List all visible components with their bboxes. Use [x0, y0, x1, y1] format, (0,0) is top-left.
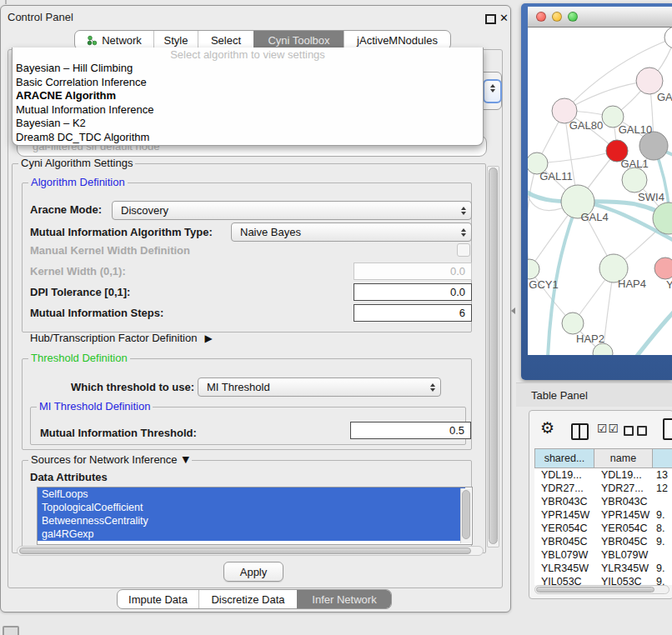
network-canvas[interactable]: GAL GAL80 GAL10 GAL1 GAL11 SWI4 GAL4 GCY… [528, 28, 672, 355]
hub-definition-expander[interactable]: Hub/Transcription Factor Definition ▶ [30, 332, 213, 345]
zoom-window-icon[interactable] [568, 12, 578, 22]
table-horizontal-scrollbar[interactable] [534, 585, 669, 594]
apply-label: Apply [240, 566, 268, 578]
node-hap2[interactable] [562, 312, 584, 334]
panel-title: Control Panel [8, 11, 73, 23]
cell: 13 [653, 468, 672, 482]
tab-network[interactable]: Network [75, 31, 153, 49]
cell: YBL079W [534, 548, 594, 562]
scrollbar-thumb[interactable] [462, 490, 470, 539]
node-swi4[interactable] [622, 168, 647, 192]
control-panel-window: Control Panel ✕ Network Style Select [0, 5, 511, 612]
network-window-titlebar[interactable] [528, 7, 672, 28]
cell: 9. [653, 575, 672, 585]
expander-down-icon: ▼ [183, 454, 189, 466]
select-all-checks-icon[interactable]: ☑☑ [597, 422, 619, 435]
tab-select[interactable]: Select [198, 31, 253, 49]
node-label: GAL1 [620, 158, 648, 170]
table-row[interactable]: YBR045CYBR045C9. [534, 535, 672, 548]
cell: YDL19... [534, 468, 594, 482]
algorithm-option[interactable]: Mutual Information Inference [13, 103, 483, 118]
screenshot-root: Control Panel ✕ Network Style Select [0, 0, 672, 635]
table-row[interactable]: YPR145WYPR145W9. [534, 508, 672, 522]
cell: YDL19... [594, 468, 653, 482]
float-panel-icon[interactable] [485, 14, 496, 24]
combo-value: Discovery [121, 204, 461, 217]
column-header-shared[interactable]: shared... [534, 448, 594, 468]
cell: YLR345W [534, 562, 594, 575]
cell: YER054C [534, 522, 594, 535]
tab-label: Discretize Data [211, 593, 284, 606]
spin-up-icon [461, 207, 466, 210]
minimized-panel-icon[interactable] [3, 626, 19, 635]
dpi-tolerance-field[interactable]: 0.0 [354, 283, 472, 301]
apply-button[interactable]: Apply [223, 562, 283, 582]
algorithm-option[interactable]: Bayesian – K2 [13, 117, 483, 131]
focused-stepper-fragment[interactable] [483, 79, 502, 103]
table-row[interactable]: YBR043CYBR043C [534, 495, 672, 508]
manual-kernel-checkbox[interactable] [457, 243, 470, 257]
list-item[interactable]: BetweennessCentrality [38, 514, 465, 528]
scrollbar-thumb[interactable] [536, 587, 654, 592]
list-item[interactable]: gal4RGexp [38, 528, 465, 541]
column-header-partial[interactable] [653, 448, 672, 468]
group-title: Algorithm Definition [28, 177, 128, 188]
mi-type-combo[interactable]: Naive Bayes [231, 222, 472, 242]
close-panel-icon[interactable]: ✕ [499, 12, 509, 24]
table-row[interactable]: YLR345WYLR345W9. [534, 562, 672, 575]
which-threshold-combo[interactable]: MI Threshold [198, 378, 441, 397]
mi-steps-field[interactable]: 6 [354, 304, 472, 322]
tab-discretize-data[interactable]: Discretize Data [198, 590, 297, 608]
close-window-icon[interactable] [536, 12, 546, 22]
settings-vertical-scrollbar[interactable] [487, 166, 499, 548]
field-value: 6 [459, 307, 465, 319]
deselect-all-icon[interactable] [624, 426, 650, 438]
tab-style[interactable]: Style [153, 31, 198, 49]
mi-threshold-field[interactable]: 0.5 [350, 422, 471, 439]
cell: YBL079W [594, 548, 653, 562]
list-item[interactable]: TopologicalCoefficient [38, 501, 465, 514]
node-salmon[interactable] [654, 258, 672, 279]
spin-down-icon [461, 233, 466, 237]
node-label: GAL [657, 91, 672, 103]
expander-right-icon: ▶ [204, 332, 212, 345]
sources-expander[interactable]: Sources for Network Inference ▼ [28, 454, 192, 466]
tab-infer-network[interactable]: Infer Network [297, 590, 391, 608]
algorithm-option[interactable]: Bayesian – Hill Climbing [13, 62, 483, 76]
split-columns-icon[interactable] [571, 423, 589, 440]
tab-jactivemnodules[interactable]: jActiveMNodules [344, 31, 450, 49]
cell: YBR045C [534, 535, 594, 548]
node-label: GAL80 [569, 119, 603, 132]
kernel-width-field[interactable]: 0.0 [354, 262, 472, 280]
list-item[interactable]: SelfLoops [38, 488, 465, 501]
algorithm-option[interactable]: Basic Correlation Inference [13, 76, 483, 90]
column-header-name[interactable]: name [594, 448, 653, 468]
node-gcy1[interactable] [528, 259, 539, 279]
algorithm-option-selected[interactable]: ARACNE Algorithm [13, 89, 483, 103]
settings-horizontal-scrollbar[interactable] [17, 546, 484, 556]
aracne-mode-combo[interactable]: Discovery [112, 201, 472, 220]
tab-impute-data[interactable]: Impute Data [118, 590, 198, 608]
gear-icon[interactable]: ⚙ [540, 418, 554, 437]
table-row[interactable]: YDR27...YDR27...12 [534, 482, 672, 495]
table-row[interactable]: YBL079WYBL079W [534, 548, 672, 562]
tab-cyni-toolbox[interactable]: Cyni Toolbox [253, 31, 344, 49]
list-vertical-scrollbar[interactable] [460, 488, 471, 543]
table-file-icon[interactable] [663, 418, 672, 440]
table-row[interactable]: YER054CYER054C8. [534, 522, 672, 535]
panel-splitter-arrow[interactable] [511, 308, 515, 314]
cell: YPR145W [534, 508, 594, 522]
cell: YBR043C [594, 495, 653, 508]
algorithm-option[interactable]: Dream8 DC_TDC Algorithm [13, 131, 483, 145]
table-row[interactable]: YIL053CYIL053C9. [534, 575, 672, 585]
table-row[interactable]: YDL19...YDL19...13 [534, 468, 672, 482]
group-title: Cyni Algorithm Settings [18, 158, 135, 169]
minimize-window-icon[interactable] [552, 12, 562, 22]
tab-label: jActiveMNodules [357, 34, 438, 47]
scrollbar-thumb[interactable] [489, 168, 498, 544]
node-gray[interactable] [639, 132, 668, 160]
node[interactable] [664, 28, 672, 48]
node-label: GCY1 [529, 278, 558, 291]
scrollbar-thumb[interactable] [19, 548, 471, 554]
node-bottom[interactable] [593, 343, 613, 355]
